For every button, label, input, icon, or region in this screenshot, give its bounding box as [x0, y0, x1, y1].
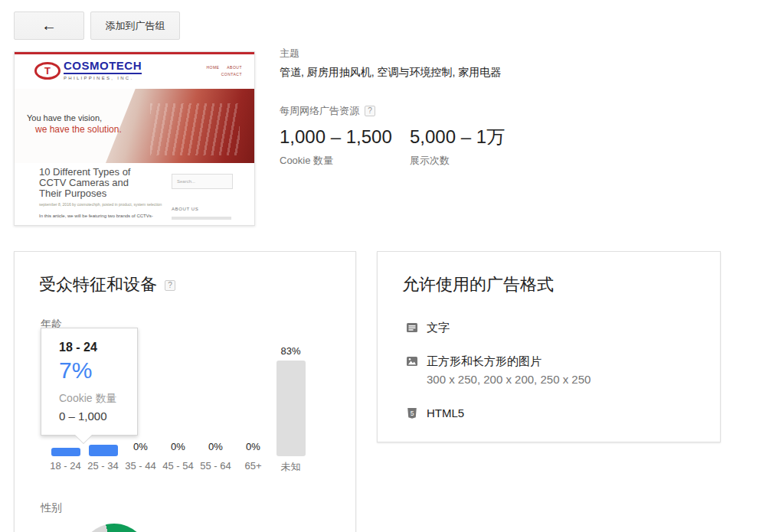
site-tagline-1: You have the vision,	[27, 113, 122, 122]
site-article-title: 10 Different Types of CCTV Cameras and T…	[39, 167, 162, 199]
site-logo: T COSMOTECH PHILIPPINES, INC.	[34, 60, 142, 80]
site-preview-thumbnail[interactable]: T COSMOTECH PHILIPPINES, INC. HOME ABOUT…	[14, 51, 255, 226]
site-search-box: Search...	[172, 174, 233, 189]
cookie-count-value: 1,000 – 1,500	[280, 126, 392, 149]
age-bar-value-label: 0%	[246, 441, 260, 452]
svg-text:5: 5	[411, 410, 414, 417]
site-article-excerpt: In this article, we will be featuring tw…	[39, 214, 162, 218]
back-button[interactable]: ←	[14, 11, 84, 40]
placement-detail-page: ← 添加到广告组 T COSMOTECH PHILIPPINES, INC. H…	[0, 0, 782, 532]
age-category-label: 未知	[272, 460, 309, 474]
tooltip-percent: 7%	[59, 357, 137, 383]
age-bar-value-label: 0%	[133, 441, 148, 452]
site-nav-about: ABOUT	[227, 65, 242, 70]
age-bar-slot-5[interactable]: 0%	[234, 334, 272, 456]
age-category-label: 55 - 64	[197, 460, 234, 474]
age-bar-slot-4[interactable]: 0%	[197, 334, 234, 456]
format-item-html5: 5 HTML5	[405, 406, 464, 420]
format-item-image: 正方形和长方形的图片	[405, 354, 542, 368]
age-bar-value-label: 83%	[280, 345, 300, 357]
demographics-title: 受众特征和设备	[39, 273, 157, 296]
age-category-label: 25 - 34	[84, 460, 122, 474]
cookie-count-stat: 1,000 – 1,500 Cookie 数量	[280, 126, 392, 168]
age-category-label: 18 - 24	[47, 460, 84, 474]
topic-values: 管道, 厨房用抽风机, 空调与环境控制, 家用电器	[280, 66, 501, 80]
site-header: T COSMOTECH PHILIPPINES, INC. HOME ABOUT…	[15, 54, 254, 89]
age-category-label: 35 - 44	[122, 460, 159, 474]
age-bar-slot-6[interactable]: 83%	[272, 334, 309, 456]
ad-formats-card: 允许使用的广告格式 文字 正方形和长方形的图片 300 x 250, 200 x…	[377, 251, 721, 442]
age-chart-tooltip: 18 - 24 7% Cookie 数量 0 – 1,000	[41, 328, 138, 436]
inventory-help-icon[interactable]: ?	[365, 106, 375, 116]
cookie-count-label: Cookie 数量	[280, 154, 392, 168]
tooltip-metric-value: 0 – 1,000	[59, 410, 137, 423]
format-image-sizes: 300 x 250, 200 x 200, 250 x 250	[427, 373, 591, 386]
text-ad-icon	[405, 321, 419, 335]
site-sidebar-heading: ABOUT US	[172, 207, 198, 211]
site-brand-subtitle: PHILIPPINES, INC.	[64, 76, 142, 80]
impressions-value: 5,000 – 1万	[410, 126, 505, 149]
topic-label: 主题	[280, 47, 299, 60]
tooltip-metric-label: Cookie 数量	[59, 392, 137, 406]
site-content-area: 10 Different Types of CCTV Cameras and T…	[15, 163, 254, 226]
demographics-card: 受众特征和设备 ? 年龄 0%0%0%0%83% 18 - 2425 - 343…	[14, 251, 356, 532]
add-to-ad-group-label: 添加到广告组	[106, 19, 165, 33]
age-bar[interactable]	[276, 361, 306, 456]
image-ad-icon	[405, 354, 419, 368]
format-html5-label: HTML5	[427, 406, 464, 420]
format-text-label: 文字	[427, 321, 450, 335]
impressions-stat: 5,000 – 1万 展示次数	[410, 126, 505, 168]
add-to-ad-group-button[interactable]: 添加到广告组	[90, 11, 180, 40]
site-nav: HOME ABOUT CONTACT	[200, 64, 242, 78]
back-arrow-icon: ←	[41, 17, 57, 34]
html5-ad-icon: 5	[405, 406, 419, 420]
age-bar-value-label: 0%	[208, 441, 223, 452]
site-nav-home: HOME	[206, 65, 219, 70]
site-brand-name: COSMOTECH	[64, 60, 142, 74]
tooltip-age-range: 18 - 24	[59, 341, 137, 354]
site-logo-mark: T	[34, 62, 61, 80]
site-article-meta: september 8, 2016 by cosmotechph, posted…	[39, 202, 162, 207]
ad-formats-title: 允许使用的广告格式	[402, 273, 554, 296]
site-tagline-2: we have the solution.	[35, 124, 122, 135]
gender-section-label: 性别	[41, 501, 62, 515]
age-bar[interactable]	[89, 445, 118, 456]
weekly-inventory-row: 每周网络广告资源 ?	[280, 104, 375, 118]
age-category-label: 65+	[234, 460, 272, 474]
site-hero-band: You have the vision, we have the solutio…	[15, 89, 254, 163]
site-nav-contact: CONTACT	[221, 72, 242, 77]
age-bar[interactable]	[51, 448, 80, 456]
impressions-label: 展示次数	[410, 154, 505, 168]
age-bar-slot-3[interactable]: 0%	[159, 334, 197, 456]
format-image-label: 正方形和长方形的图片	[427, 354, 542, 368]
age-bar-value-label: 0%	[171, 441, 185, 452]
demographics-help-icon[interactable]: ?	[165, 280, 175, 291]
weekly-inventory-label: 每周网络广告资源	[280, 104, 359, 118]
site-building-photo	[106, 89, 254, 163]
age-chart-categories: 18 - 2425 - 3435 - 4445 - 5455 - 6465+未知	[47, 460, 309, 474]
site-sidebar-text-line	[172, 217, 231, 220]
format-item-text: 文字	[405, 321, 450, 335]
age-category-label: 45 - 54	[159, 460, 197, 474]
gender-pie-chart[interactable]	[80, 524, 149, 532]
